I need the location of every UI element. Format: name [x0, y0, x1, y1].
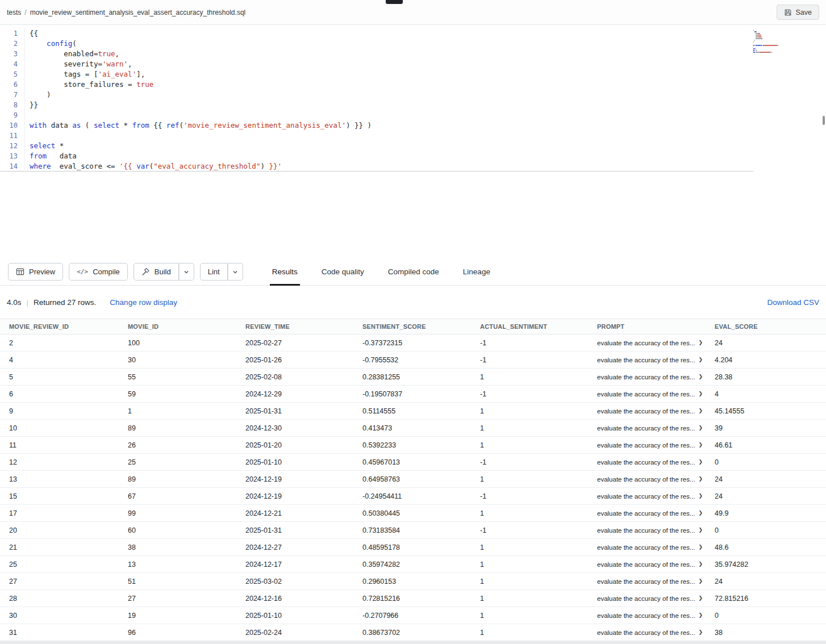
- lint-button[interactable]: Lint: [200, 263, 228, 281]
- expand-cell-icon[interactable]: ❯: [699, 561, 703, 567]
- code-line[interactable]: 7 ): [0, 90, 753, 100]
- results-table: MOVIE_REVIEW_IDMOVIE_IDREVIEW_TIMESENTIM…: [0, 319, 826, 641]
- table-cell: evaluate the accuracy of the res...❯: [588, 437, 706, 454]
- table-cell: 4: [0, 352, 119, 369]
- editor-minimap[interactable]: [753, 30, 817, 53]
- build-button-label: Build: [155, 267, 171, 276]
- code-editor[interactable]: 1{{2 config(3 enabled=true,4 severity='w…: [0, 25, 826, 258]
- table-row[interactable]: 13892024-12-190.649587631evaluate the ac…: [0, 471, 826, 488]
- minimap-line: [753, 38, 817, 39]
- table-row[interactable]: 12252025-01-100.45967013-1evaluate the a…: [0, 454, 826, 471]
- table-row[interactable]: 21002025-02-27-0.37372315-1evaluate the …: [0, 334, 826, 352]
- line-number: 8: [0, 100, 25, 110]
- table-row[interactable]: 27512025-03-020.29601531evaluate the acc…: [0, 573, 826, 590]
- code-line[interactable]: 9: [0, 110, 753, 120]
- code-line[interactable]: 5 tags = ['ai_eval'],: [0, 69, 753, 80]
- expand-cell-icon[interactable]: ❯: [699, 510, 703, 516]
- expand-cell-icon[interactable]: ❯: [699, 544, 703, 550]
- table-row[interactable]: 28272024-12-160.728152161evaluate the ac…: [0, 590, 826, 607]
- breadcrumb-root[interactable]: tests: [7, 9, 21, 16]
- column-header: ACTUAL_SENTIMENT: [471, 319, 588, 334]
- code-line[interactable]: 6 store_failures = true: [0, 80, 753, 90]
- table-cell: 25: [0, 556, 119, 573]
- returned-rows-label: Returned 27 rows.: [34, 298, 96, 307]
- prompt-preview-text: evaluate the accuracy of the res...: [597, 510, 695, 517]
- expand-cell-icon[interactable]: ❯: [699, 374, 703, 379]
- code-line[interactable]: 2 config(: [0, 39, 753, 49]
- expand-cell-icon[interactable]: ❯: [699, 612, 703, 618]
- table-row[interactable]: 31962025-02-240.386737021evaluate the ac…: [0, 624, 826, 641]
- expand-cell-icon[interactable]: ❯: [699, 391, 703, 396]
- table-row[interactable]: 25132024-12-170.359742821evaluate the ac…: [0, 556, 826, 573]
- tab-code-quality[interactable]: Code quality: [319, 258, 366, 285]
- code-lines[interactable]: 1{{2 config(3 enabled=true,4 severity='w…: [0, 25, 826, 172]
- table-row[interactable]: 6592024-12-29-0.19507837-1evaluate the a…: [0, 386, 826, 403]
- preview-button[interactable]: Preview: [8, 263, 63, 281]
- build-dropdown-button[interactable]: [179, 263, 194, 281]
- minimap-line: [753, 43, 817, 44]
- tab-results[interactable]: Results: [270, 258, 300, 285]
- table-cell: evaluate the accuracy of the res...❯: [588, 607, 706, 624]
- table-body: 21002025-02-27-0.37372315-1evaluate the …: [0, 334, 826, 641]
- expand-cell-icon[interactable]: ❯: [699, 476, 703, 482]
- horizontal-scrollbar[interactable]: [0, 641, 826, 644]
- tab-compiled-code[interactable]: Compiled code: [386, 258, 441, 285]
- table-cell: 1: [119, 403, 236, 420]
- expand-cell-icon[interactable]: ❯: [699, 357, 703, 362]
- table-row[interactable]: 11262025-01-200.53922331evaluate the acc…: [0, 437, 826, 454]
- code-line[interactable]: 8}}: [0, 100, 753, 110]
- code-line[interactable]: 1{{: [0, 28, 753, 39]
- download-csv-link[interactable]: Download CSV: [767, 298, 819, 307]
- code-line[interactable]: 13from data: [0, 151, 753, 161]
- table-row[interactable]: 15672024-12-19-0.24954411-1evaluate the …: [0, 488, 826, 505]
- save-button[interactable]: Save: [777, 5, 820, 20]
- expand-cell-icon[interactable]: ❯: [699, 459, 703, 465]
- expand-cell-icon[interactable]: ❯: [699, 595, 703, 601]
- expand-cell-icon[interactable]: ❯: [699, 629, 703, 635]
- table-cell: 38: [706, 624, 826, 641]
- table-cell: 2024-12-30: [236, 420, 353, 437]
- table-cell: 2024-12-27: [236, 539, 353, 556]
- code-line[interactable]: 14where eval_score <= '{{ var("eval_accu…: [0, 161, 753, 172]
- expand-cell-icon[interactable]: ❯: [699, 340, 703, 345]
- table-cell: 5: [0, 369, 119, 386]
- expand-cell-icon[interactable]: ❯: [699, 425, 703, 430]
- code-line[interactable]: 4 severity='warn',: [0, 59, 753, 69]
- table-row[interactable]: 5552025-02-080.283812551evaluate the acc…: [0, 369, 826, 386]
- table-cell: 99: [119, 505, 236, 522]
- code-line[interactable]: 3 enabled=true,: [0, 49, 753, 59]
- compile-button[interactable]: </> Compile: [69, 263, 128, 281]
- table-cell: 49.9: [706, 505, 826, 522]
- table-row[interactable]: 912025-01-310.51145551evaluate the accur…: [0, 403, 826, 420]
- minimap-line: [753, 52, 817, 53]
- expand-cell-icon[interactable]: ❯: [699, 493, 703, 499]
- expand-cell-icon[interactable]: ❯: [699, 442, 703, 448]
- prompt-preview-text: evaluate the accuracy of the res...: [597, 374, 695, 380]
- code-line[interactable]: 11: [0, 131, 753, 141]
- change-row-display-link[interactable]: Change row display: [110, 298, 177, 307]
- editor-scrollbar-thumb[interactable]: [823, 116, 825, 125]
- expand-cell-icon[interactable]: ❯: [699, 408, 703, 413]
- table-cell: -1: [471, 522, 588, 539]
- code-line[interactable]: 10with data as ( select * from {{ ref('m…: [0, 120, 753, 131]
- table-row[interactable]: 4302025-01-26-0.7955532-1evaluate the ac…: [0, 352, 826, 369]
- table-row[interactable]: 30192025-01-10-0.27079661evaluate the ac…: [0, 607, 826, 624]
- expand-cell-icon[interactable]: ❯: [699, 527, 703, 533]
- lint-dropdown-button[interactable]: [228, 263, 243, 281]
- table-row[interactable]: 21382024-12-270.485951781evaluate the ac…: [0, 539, 826, 556]
- table-cell: 6: [0, 386, 119, 403]
- build-button[interactable]: Build: [134, 263, 179, 281]
- table-cell: 2025-02-27: [236, 334, 353, 352]
- table-cell: 0: [706, 454, 826, 471]
- table-cell: 10: [0, 420, 119, 437]
- tab-lineage[interactable]: Lineage: [461, 258, 493, 285]
- table-row[interactable]: 10892024-12-300.4134731evaluate the accu…: [0, 420, 826, 437]
- table-row[interactable]: 20602025-01-310.73183584-1evaluate the a…: [0, 522, 826, 539]
- minimap-line: [753, 35, 817, 36]
- status-separator: |: [27, 298, 29, 307]
- table-cell: 2025-02-08: [236, 369, 353, 386]
- panel-drag-handle[interactable]: [386, 0, 403, 4]
- expand-cell-icon[interactable]: ❯: [699, 578, 703, 584]
- code-line[interactable]: 12select *: [0, 141, 753, 151]
- table-row[interactable]: 17992024-12-210.503804451evaluate the ac…: [0, 505, 826, 522]
